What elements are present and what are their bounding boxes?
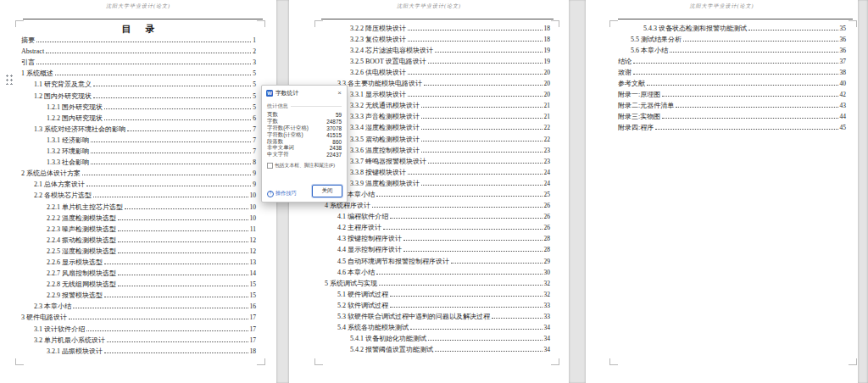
paragraph-drag-handle-icon[interactable] — [4, 73, 13, 85]
toc-entry[interactable]: 5.2 软件调试过程33 — [325, 299, 550, 310]
toc-entry[interactable]: 4.3 按键控制程序设计28 — [325, 232, 550, 243]
toc-entry[interactable]: 3.3.3 声音检测模块设计21 — [325, 110, 550, 121]
toc-entry-text: 3.3.2 无线通讯模块设计 — [350, 102, 420, 110]
toc-entry[interactable]: 1 系统概述5 — [21, 67, 256, 78]
toc-entry[interactable]: 1.3.2 环境影响7 — [21, 145, 256, 156]
toc-entry[interactable]: 2.2.7 风扇控制模块选型14 — [21, 267, 256, 278]
toc-entry[interactable]: 3.2.3 复位模块设计18 — [325, 33, 550, 44]
toc-entry[interactable]: 1.3.3 社会影响8 — [21, 156, 256, 167]
toc-entry-text: 3.3.6 温度控制模块设计 — [350, 147, 420, 155]
toc-entry[interactable]: 2.2.1 单片机主控芯片选型10 — [21, 200, 256, 211]
toc-entry[interactable]: 2.2.6 显示模块选型13 — [21, 256, 256, 267]
toc-entry[interactable]: 结论37 — [618, 55, 846, 66]
toc-entry[interactable]: 4.5 自动环境调节和报警控制程序设计29 — [325, 254, 550, 265]
toc-entry[interactable]: 2.2.5 湿度检测模块选型12 — [21, 245, 256, 256]
toc-entry[interactable]: Abstract2 — [21, 45, 256, 56]
toc-entry[interactable]: 4.4 显示控制程序设计28 — [325, 243, 550, 254]
toc-entry-text: 附录一:原理图 — [618, 91, 660, 99]
toc-entry[interactable]: 3.2.6 供电模块设计20 — [325, 66, 550, 77]
dot-leader — [55, 75, 251, 75]
dot-leader — [104, 297, 248, 297]
toc-entry[interactable]: 2.2.3 噪声检测模块选型11 — [21, 223, 256, 234]
toc-entry-text: 2.2 各模块芯片选型 — [34, 192, 92, 200]
toc-entry[interactable]: 3.1 设计软件介绍17 — [21, 322, 256, 333]
toc-entry[interactable]: 2.2.2 温度检测模块选型10 — [21, 212, 256, 223]
toc-entry[interactable]: 1.3.1 经济影响7 — [21, 134, 256, 145]
toc-entry[interactable]: 2 系统总体设计方案9 — [21, 167, 256, 178]
toc-entry[interactable]: 3 硬件电路设计17 — [21, 311, 256, 322]
toc-entry[interactable]: 3.2.1 晶振模块设计18 — [21, 345, 256, 356]
toc-entry[interactable]: 附录二:元器件清单43 — [618, 99, 846, 110]
toc-entry[interactable]: 3.2.5 BOOT 设置电路设计19 — [325, 55, 550, 66]
toc-entry[interactable]: 参考文献40 — [618, 77, 846, 88]
toc-entry[interactable]: 5.4.3 设备状态检测和报警功能测试35 — [618, 22, 846, 33]
close-icon[interactable]: × — [337, 90, 342, 97]
toc-entry[interactable]: 附录四:程序45 — [618, 121, 846, 132]
dot-leader — [421, 152, 542, 153]
toc-entry[interactable]: 4.2 主程序设计26 — [325, 221, 550, 232]
toc-entry-text: 1.2.2 国内研究现状 — [47, 114, 103, 123]
toc-entry[interactable]: 5 系统调试与实现32 — [325, 277, 550, 288]
toc-entry[interactable]: 2.1 总体方案设计9 — [21, 178, 256, 189]
toc-entry[interactable]: 3.3 各主要功能模块电路设计20 — [325, 77, 550, 88]
toc-entry[interactable]: 2.3 本章小结16 — [21, 300, 256, 311]
toc-entry[interactable]: 2.2 各模块芯片选型10 — [21, 189, 256, 200]
toc-entry[interactable]: 1.2.1 国外研究现状5 — [21, 101, 256, 112]
toc-entry[interactable]: 3.3.8 按键模块设计24 — [325, 166, 550, 177]
toc-page-number: 45 — [840, 124, 847, 132]
toc-entry[interactable]: 1.3 系统对经济环境社会的影响7 — [21, 123, 256, 134]
toc-entry[interactable]: 5.5 测试结果分析36 — [618, 33, 846, 44]
toc-page-number: 35 — [840, 25, 847, 33]
toc-entry[interactable]: 4.6 本章小结30 — [325, 266, 550, 277]
toc-entry[interactable]: 1.2 国内外研究现状5 — [21, 89, 256, 100]
toc-entry[interactable]: 附录一:原理图42 — [618, 88, 846, 99]
toc-entry[interactable]: 2.2.9 报警模块选型15 — [21, 289, 256, 300]
toc-entry[interactable]: 2.2.8 无线组网模块选型15 — [21, 278, 256, 289]
dialog-titlebar[interactable]: W 字数统计 × — [262, 86, 347, 99]
close-button[interactable]: 关闭 — [312, 185, 342, 197]
dot-leader — [86, 330, 248, 331]
toc-page-number: 34 — [544, 346, 551, 354]
tips-link[interactable]: ? 操作技巧 — [267, 190, 297, 197]
toc-entry[interactable]: 5.1 硬件调试过程32 — [325, 288, 550, 299]
toc-entry-text: 5.4 系统各功能模块测试 — [337, 324, 409, 332]
toc-entry[interactable]: 5.6 本章小结36 — [618, 44, 846, 55]
toc-entry[interactable]: 致谢38 — [618, 66, 846, 77]
toc-entry[interactable]: 3.4 本章小结25 — [325, 188, 550, 199]
toc-entry[interactable]: 1.1 研究背景及意义5 — [21, 78, 256, 89]
toc-entry[interactable]: 3.3.4 湿度检测模块设计22 — [325, 121, 550, 132]
dot-leader — [670, 52, 838, 53]
toc-entry[interactable]: 引言3 — [21, 56, 256, 67]
toc-entry[interactable]: 摘要1 — [21, 34, 256, 45]
toc-entry[interactable]: 1.2.2 国内研究现状6 — [21, 112, 256, 123]
toc-entry[interactable]: 3.2.4 芯片滤波电容模块设计19 — [325, 44, 550, 55]
include-footnotes-option[interactable]: 包括文本框、脚注和尾注(F) — [267, 162, 342, 169]
toc-entry[interactable]: 5.4.2 报警阈值设置功能测试34 — [325, 343, 550, 354]
toc-entry[interactable]: 4 系统程序设计26 — [325, 199, 550, 210]
toc-entry[interactable]: 5.3 软硬件联合调试过程中遇到的问题以及解决过程33 — [325, 310, 550, 321]
toc-entry[interactable]: 4.1 编程软件介绍26 — [325, 210, 550, 221]
dot-leader — [82, 175, 251, 175]
toc-entry[interactable]: 3.3.5 震动检测模块设计22 — [325, 132, 550, 143]
toc-entry-text: 3.2.3 复位模块设计 — [350, 36, 406, 44]
toc-entry[interactable]: 附录三:实物图44 — [618, 110, 846, 121]
toc-page-number: 37 — [840, 58, 847, 66]
toc-entry[interactable]: 3.3.9 温度检测模块设计24 — [325, 177, 550, 188]
toc-entry[interactable]: 2.2.4 振动检测模块选型12 — [21, 234, 256, 245]
toc-entry[interactable]: 3.3.2 无线通讯模块设计21 — [325, 99, 550, 110]
toc-entry[interactable]: 3.3.1 显示模块设计20 — [325, 88, 550, 99]
toc-entry-text: 5.6 本章小结 — [631, 47, 668, 55]
toc-page-number: 28 — [544, 235, 551, 243]
toc-entry[interactable]: 5.4 系统各功能模块测试34 — [325, 321, 550, 332]
toc-page-number: 19 — [544, 58, 551, 66]
toc-entry[interactable]: 3.2.2 降压模块设计18 — [325, 22, 550, 33]
toc-page-number: 20 — [544, 91, 551, 99]
toc-entry[interactable]: 3.3.7 蜂鸣器报警模块设计23 — [325, 155, 550, 166]
toc-entry[interactable]: 5.4.1 设备初始化功能测试34 — [325, 332, 550, 343]
toc-entry[interactable]: 3.2 单片机最小系统设计17 — [21, 334, 256, 345]
header-rule — [321, 19, 554, 19]
toc-entry-text: 4.5 自动环境调节和报警控制程序设计 — [337, 258, 449, 266]
toc-entry[interactable]: 3.3.6 温度控制模块设计23 — [325, 144, 550, 155]
crop-mark — [314, 20, 323, 27]
checkbox-icon[interactable] — [267, 163, 273, 169]
